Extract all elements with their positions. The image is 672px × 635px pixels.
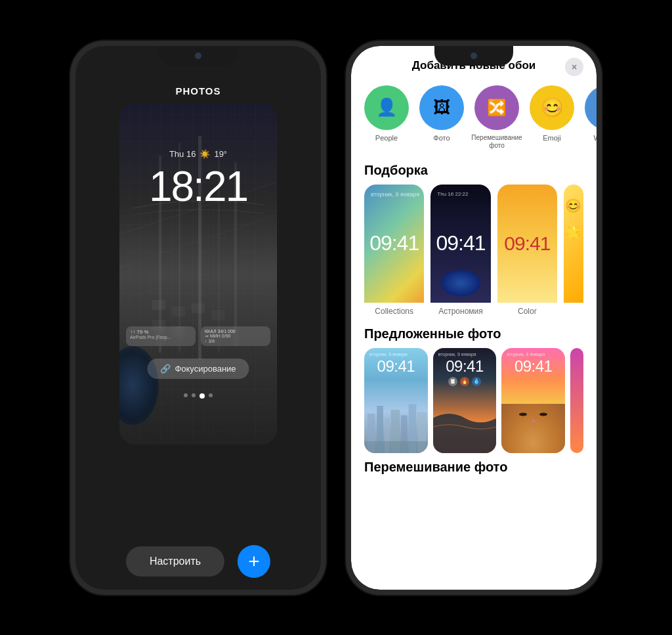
volume-down-button[interactable]: [70, 177, 73, 210]
emoji-decoration: 😊: [565, 198, 581, 213]
people-icon-circle: 👤: [364, 85, 409, 130]
focus-button[interactable]: 🔗 Фокусирование: [147, 359, 249, 379]
dot-1: [184, 393, 188, 397]
widget-icon-2: 🔥: [460, 377, 469, 386]
emoji-wallpaper-card[interactable]: 😊 🌟: [564, 185, 583, 316]
sunset-date: вторник, 9 января: [438, 352, 476, 357]
cat-eye-left: [519, 412, 527, 416]
cat-date: вторник, 9 января: [507, 352, 545, 357]
close-button[interactable]: ×: [565, 58, 583, 76]
sunset-card-bg: вторник, 9 января 09:41 📋 🔥 💧: [433, 348, 497, 453]
right-power-button[interactable]: [599, 151, 602, 197]
right-screen: Добавить новые обои × 👤 People 🖼 Фото: [351, 46, 597, 590]
city-date: вторник, 9 января: [369, 352, 408, 357]
collections-date: вторник, 9 января: [371, 191, 419, 198]
suggested-section-title: Предложенные фото: [351, 318, 597, 348]
color-time: 09:41: [504, 232, 550, 255]
wallpaper-type-weather[interactable]: ⛅ Weath...: [585, 85, 597, 150]
left-phone: PHOTOS: [70, 41, 326, 595]
people-label: People: [375, 134, 398, 142]
svg-rect-13: [211, 310, 224, 320]
customize-button[interactable]: Настроить: [126, 546, 224, 577]
collections-card[interactable]: вторник, 9 января 09:41 Collections: [364, 185, 424, 316]
suggested-cards: вторник, 9 января 09:41: [351, 348, 597, 453]
suggested-sunset-card[interactable]: вторник, 9 января 09:41 📋 🔥 💧: [433, 348, 497, 453]
svg-rect-8: [152, 300, 165, 310]
photos-title: PHOTOS: [175, 85, 220, 97]
water-reflection: [433, 401, 497, 453]
wallpaper-type-emoji[interactable]: 😊 Emoji: [530, 85, 574, 150]
city-time: 09:41: [377, 357, 415, 376]
astronomy-card-bg: Thu 16 22:22 09:41: [430, 185, 490, 303]
link-icon: 🔗: [160, 364, 171, 374]
wallpaper-type-photo[interactable]: 🖼 Фото: [419, 85, 464, 150]
widget-icon-3: 💧: [472, 377, 481, 386]
photo-label: Фото: [433, 134, 450, 142]
right-volume-down-button[interactable]: [346, 177, 348, 210]
left-screen: PHOTOS: [75, 46, 321, 590]
collections-section-title: Подборка: [351, 160, 597, 185]
astronomy-card[interactable]: Thu 16 22:22 09:41 Астрономия: [430, 185, 490, 316]
power-button[interactable]: [324, 151, 326, 197]
city-card-bg: вторник, 9 января 09:41: [364, 348, 428, 453]
collections-time: 09:41: [369, 231, 419, 255]
extra-card-bg: [570, 348, 583, 453]
cat-body: [501, 404, 565, 453]
dot-3: [200, 393, 205, 399]
lock-widget-health: ККАЛ 34/1 000 ⇒ МИН 0/90 ↑ 3/8: [201, 326, 270, 346]
suggested-city-card[interactable]: вторник, 9 января 09:41: [364, 348, 428, 453]
dot-4: [209, 393, 213, 397]
lock-screen-preview[interactable]: Thu 16 ☀️ 19° 18:21 ↑↑ 79 % AirPods Pro …: [119, 103, 277, 445]
wallpaper-type-people[interactable]: 👤 People: [364, 85, 409, 150]
cat-eye-right: [539, 412, 547, 416]
focus-label: Фокусирование: [175, 364, 236, 374]
svg-rect-9: [172, 307, 185, 317]
cat-card-bg: вторник, 9 января 09:41: [501, 348, 565, 453]
modal-title: Добавить новые обои: [412, 59, 536, 72]
people-icon: 👤: [376, 97, 397, 118]
color-card[interactable]: 09:41 Color: [497, 185, 557, 316]
collections-cards: вторник, 9 января 09:41 Collections Thu …: [351, 185, 597, 318]
color-label: Color: [497, 307, 557, 316]
suggested-cat-card[interactable]: вторник, 9 января 09:41: [501, 348, 565, 453]
cat-nose: [532, 420, 536, 422]
weather-label: Weath...: [594, 134, 597, 142]
weather-icon-circle: ⛅: [585, 85, 597, 130]
color-card-bg: 09:41: [497, 185, 557, 303]
wallpaper-type-shuffle[interactable]: 🔀 Перемешивание фото: [474, 85, 519, 150]
shuffle-section-title: Перемешивание фото: [351, 453, 597, 477]
svg-rect-21: [364, 441, 428, 453]
suggested-extra-card[interactable]: [570, 348, 583, 453]
photo-icon-circle: 🖼: [419, 85, 464, 130]
astronomy-time: 09:41: [436, 231, 485, 255]
svg-rect-12: [192, 303, 205, 313]
sunset-widget-icons: 📋 🔥 💧: [448, 377, 481, 386]
bottom-bar: Настроить +: [126, 545, 270, 578]
wallpaper-type-row: 👤 People 🖼 Фото 🔀 Перемешивание фото: [351, 79, 597, 160]
right-phone: Добавить новые обои × 👤 People 🖼 Фото: [346, 41, 602, 595]
astronomy-date: Thu 16 22:22: [437, 191, 468, 197]
lock-time: 18:21: [149, 162, 247, 211]
lock-date: Thu 16 ☀️ 19°: [169, 149, 227, 159]
emoji-icon-circle: 😊: [530, 85, 574, 130]
city-skyline: [364, 390, 428, 453]
emoji-decoration-2: 🌟: [565, 224, 581, 240]
volume-up-button[interactable]: [70, 138, 73, 171]
widget-icon-1: 📋: [448, 377, 457, 386]
shuffle-label: Перемешивание фото: [471, 134, 522, 150]
shuffle-icon: 🔀: [487, 99, 507, 117]
emoji-label: Emoji: [543, 134, 561, 142]
cat-time: 09:41: [514, 357, 553, 376]
dot-2: [192, 393, 196, 397]
photo-icon: 🖼: [433, 97, 450, 118]
modal-header: Добавить новые обои ×: [351, 46, 597, 79]
collections-card-bg: вторник, 9 января 09:41: [364, 185, 424, 303]
right-volume-up-button[interactable]: [346, 138, 348, 171]
collections-label: Collections: [364, 307, 424, 316]
page-dots: [184, 393, 213, 399]
lock-widget-fitness: ↑↑ 79 % AirPods Pro (Геор...: [126, 326, 196, 346]
astronomy-label: Астрономия: [430, 307, 490, 316]
earth-decoration: [441, 270, 480, 296]
emoji-card-bg: 😊 🌟: [564, 185, 583, 303]
add-button[interactable]: +: [238, 545, 270, 578]
